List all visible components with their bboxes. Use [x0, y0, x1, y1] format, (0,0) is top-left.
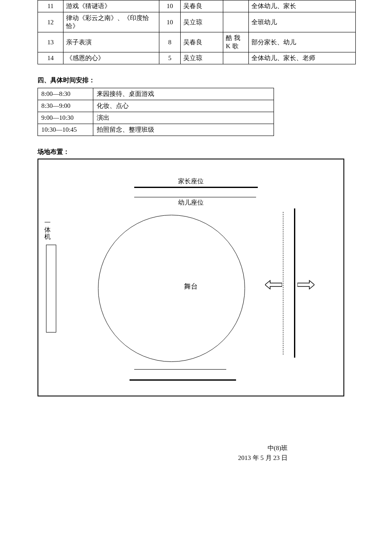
- cell-note: [223, 0, 249, 12]
- table-row: 10:30—10:45拍照留念、整理班级: [38, 124, 274, 136]
- cell-time: 9:00—10:30: [38, 112, 93, 124]
- table-row: 9:00—10:30演出: [38, 112, 274, 124]
- table-row: 12律动《彩云之南》、《印度恰恰》10吴立琼全班幼儿: [38, 12, 356, 32]
- thick-line-bottom: [130, 379, 236, 381]
- cell-time: 8:00—8:30: [38, 88, 93, 100]
- cell-act: 拍照留念、整理班级: [93, 124, 274, 136]
- table-row: 8:30—9:00化妆、点心: [38, 100, 274, 112]
- cell-act: 来园接待、桌面游戏: [93, 88, 274, 100]
- cell-no: 14: [38, 52, 63, 64]
- cell-host: 吴立琼: [181, 52, 223, 64]
- cell-item: 亲子表演: [63, 32, 159, 52]
- child-seat-label: 幼儿座位: [38, 199, 343, 207]
- cell-aud: 部分家长、幼儿: [249, 32, 356, 52]
- cell-note: 酷 我 K 歌: [223, 32, 249, 52]
- table-row: 13亲子表演8吴春良酷 我 K 歌部分家长、幼儿: [38, 32, 356, 52]
- table-row: 8:00—8:30来园接待、桌面游戏: [38, 88, 274, 100]
- arrow-right-icon: [297, 280, 314, 292]
- cell-note: [223, 12, 249, 32]
- cell-time: 8:30—9:00: [38, 100, 93, 112]
- underline-bottom: [134, 369, 226, 370]
- solid-line: [294, 208, 295, 358]
- cell-note: [223, 52, 249, 64]
- dashed-line: [283, 212, 283, 355]
- cell-time: 10:30—10:45: [38, 124, 93, 136]
- arrow-left-icon: [265, 280, 282, 292]
- cell-act: 化妆、点心: [93, 100, 274, 112]
- table-row: 11游戏《猜谜语》10吴春良全体幼儿、家长: [38, 0, 356, 12]
- cell-host: 吴立琼: [181, 12, 223, 32]
- cell-no: 12: [38, 12, 63, 32]
- cell-dur: 10: [159, 12, 181, 32]
- venue-diagram: 家长座位 幼儿座位 一体机 舞台: [37, 159, 344, 396]
- program-table: 11游戏《猜谜语》10吴春良全体幼儿、家长12律动《彩云之南》、《印度恰恰》10…: [37, 0, 356, 64]
- parent-seat-line: [134, 187, 258, 188]
- footer-class: 中(8)班: [37, 443, 288, 453]
- cell-aud: 全体幼儿、家长: [249, 0, 356, 12]
- venue-heading: 场地布置：: [37, 148, 356, 156]
- table-row: 14《感恩的心》5吴立琼全体幼儿、家长、老师: [38, 52, 356, 64]
- cell-act: 演出: [93, 112, 274, 124]
- cell-host: 吴春良: [181, 0, 223, 12]
- cell-dur: 5: [159, 52, 181, 64]
- parent-seat-label: 家长座位: [38, 177, 343, 185]
- cell-aud: 全体幼儿、家长、老师: [249, 52, 356, 64]
- footer: 中(8)班 2013 年 5 月 23 日: [37, 443, 356, 462]
- pc-label: 一体机: [44, 219, 52, 240]
- cell-host: 吴春良: [181, 32, 223, 52]
- cell-item: 《感恩的心》: [63, 52, 159, 64]
- cell-no: 11: [38, 0, 63, 12]
- underline-top: [134, 197, 256, 197]
- cell-item: 游戏《猜谜语》: [63, 0, 159, 12]
- cell-dur: 8: [159, 32, 181, 52]
- cell-no: 13: [38, 32, 63, 52]
- cell-dur: 10: [159, 0, 181, 12]
- time-schedule-table: 8:00—8:30来园接待、桌面游戏8:30—9:00化妆、点心9:00—10:…: [37, 88, 274, 136]
- cell-aud: 全班幼儿: [249, 12, 356, 32]
- footer-date: 2013 年 5 月 23 日: [37, 453, 288, 463]
- cell-item: 律动《彩云之南》、《印度恰恰》: [63, 12, 159, 32]
- time-schedule-heading: 四、具体时间安排：: [37, 76, 356, 84]
